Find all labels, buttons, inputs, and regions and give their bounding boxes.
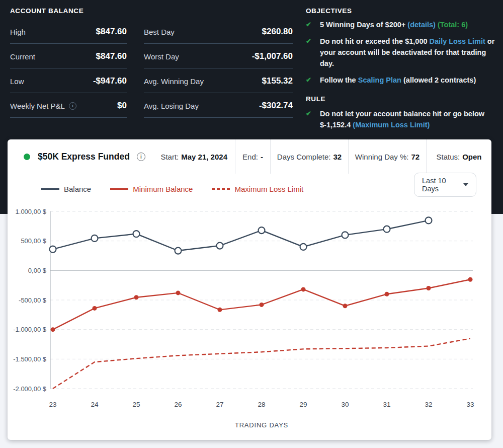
rule-max-loss: ✔ Do not let your account balance hit or…	[306, 108, 499, 130]
info-icon[interactable]	[137, 153, 145, 161]
svg-text:1.000,00 $: 1.000,00 $	[16, 208, 47, 215]
stat-label: Weekly Net P&L	[10, 102, 76, 110]
objective-text-part: 5 Winning Days of $200+	[320, 21, 405, 29]
svg-text:28: 28	[258, 401, 265, 408]
objective-winning-days: ✔ 5 Winning Days of $200+ (details) (Tot…	[306, 19, 499, 30]
stat-value: $847.60	[96, 27, 127, 37]
status-dot-icon	[24, 154, 30, 160]
header-stat-days-complete: Days Complete: 32	[270, 139, 348, 174]
stat-label: Avg. Winning Day	[144, 77, 204, 86]
account-balance-right-column: Best Day $260.80 Worst Day -$1,007.60 Av…	[144, 19, 293, 118]
stat-row-best-day: Best Day $260.80	[144, 19, 293, 44]
info-icon[interactable]	[69, 102, 76, 110]
stat-value: $0	[117, 101, 127, 111]
legend-line-swatch	[41, 188, 59, 190]
chevron-down-icon	[463, 183, 468, 186]
header-stat-label: Status:	[436, 153, 460, 161]
stat-row-avg-losing-day: Avg. Losing Day -$302.74	[144, 93, 293, 118]
account-title-section: $50K Express Funded Start: May 21, 2024	[8, 139, 235, 174]
stat-row-low: Low -$947.60	[10, 68, 127, 93]
account-balance-panel: ACCOUNT BALANCE High $847.60 Current $84…	[10, 7, 293, 118]
stat-label: Best Day	[144, 28, 175, 36]
svg-text:-2.000,00 $: -2.000,00 $	[13, 385, 47, 393]
account-chart-card: $50K Express Funded Start: May 21, 2024 …	[8, 139, 491, 440]
objective-text: Do not hit or exceed the $1,000 Daily Lo…	[320, 36, 499, 69]
objectives-panel: OBJECTIVES ✔ 5 Winning Days of $200+ (de…	[306, 7, 499, 136]
stat-value: $155.32	[262, 76, 293, 86]
stat-value: $260.80	[262, 27, 293, 37]
objective-text-part: (allowed 2 contracts)	[403, 76, 476, 84]
stat-label: Avg. Losing Day	[144, 102, 199, 110]
check-icon: ✔	[306, 19, 313, 30]
account-balance-columns: High $847.60 Current $847.60 Low -$947.6…	[10, 19, 293, 118]
svg-text:-1.500,00 $: -1.500,00 $	[13, 355, 47, 363]
objective-text: Follow the Scaling Plan (allowed 2 contr…	[320, 74, 476, 86]
rule-title: RULE	[306, 95, 499, 103]
stat-row-worst-day: Worst Day -$1,007.60	[144, 44, 293, 68]
header-stat-label: End:	[242, 153, 258, 161]
header-stat-end: End: -	[235, 139, 270, 174]
objective-total: (Total: 6)	[438, 21, 468, 29]
balance-line-chart: 1.000,00 $500,00 $0,00 $-500,00 $-1.000,…	[8, 204, 491, 436]
account-title: $50K Express Funded	[38, 152, 130, 162]
header-stat-value: 72	[411, 153, 420, 161]
objective-daily-loss-limit: ✔ Do not hit or exceed the $1,000 Daily …	[306, 36, 499, 69]
svg-text:23: 23	[49, 401, 56, 408]
legend-label: Maximum Loss Limit	[234, 185, 303, 193]
stat-label: Current	[10, 52, 35, 61]
header-stat-label: Days Complete:	[277, 153, 331, 161]
svg-text:29: 29	[299, 401, 307, 408]
header-stat-value: -	[261, 153, 263, 161]
legend-item-maximum-loss-limit[interactable]: Maximum Loss Limit	[212, 185, 303, 193]
stat-label: High	[10, 28, 26, 36]
card-header: $50K Express Funded Start: May 21, 2024 …	[8, 139, 491, 174]
account-balance-left-column: High $847.60 Current $847.60 Low -$947.6…	[10, 19, 127, 118]
header-stat-label: Winning Day %:	[355, 153, 409, 161]
svg-text:500,00 $: 500,00 $	[21, 237, 46, 245]
svg-text:33: 33	[466, 401, 474, 408]
date-range-value: Last 10 Days	[422, 177, 463, 193]
date-range-dropdown[interactable]: Last 10 Days	[414, 173, 476, 197]
stat-row-current: Current $847.60	[10, 44, 127, 68]
objective-text-part: Do not hit or exceed the $1,000	[320, 37, 428, 45]
trading-dashboard: ACCOUNT BALANCE High $847.60 Current $84…	[0, 0, 503, 448]
check-icon: ✔	[306, 74, 313, 86]
legend-line-swatch	[110, 188, 128, 190]
scaling-plan-link[interactable]: Scaling Plan	[358, 76, 401, 84]
svg-text:24: 24	[91, 401, 99, 408]
legend-item-balance[interactable]: Balance	[41, 185, 91, 193]
stat-label: Low	[10, 77, 24, 86]
objective-text-part: Follow the	[320, 76, 356, 84]
header-stat-value: May 21, 2024	[181, 153, 227, 161]
stat-value: -$302.74	[259, 101, 293, 111]
legend-label: Minimum Balance	[133, 185, 193, 193]
stat-row-avg-winning-day: Avg. Winning Day $155.32	[144, 68, 293, 93]
maximum-loss-limit-link[interactable]: (Maximum Loss Limit)	[353, 121, 430, 129]
daily-loss-limit-link[interactable]: Daily Loss Limit	[430, 37, 485, 45]
objective-text: 5 Winning Days of $200+ (details) (Total…	[320, 19, 468, 30]
objective-scaling-plan: ✔ Follow the Scaling Plan (allowed 2 con…	[306, 74, 499, 86]
stat-row-high: High $847.60	[10, 19, 127, 44]
svg-text:25: 25	[132, 401, 140, 408]
legend-item-minimum-balance[interactable]: Minimum Balance	[110, 185, 193, 193]
header-stat-label: Start:	[160, 153, 179, 161]
stat-label: Worst Day	[144, 52, 179, 61]
svg-text:-500,00 $: -500,00 $	[19, 296, 47, 304]
legend-dashed-swatch	[212, 188, 230, 190]
svg-text:30: 30	[341, 401, 349, 408]
header-stat-status: Status: Open	[426, 139, 491, 174]
stat-row-weekly-net-pnl: Weekly Net P&L $0	[10, 93, 127, 118]
header-stat-start: Start: May 21, 2024	[160, 153, 235, 161]
check-icon: ✔	[306, 36, 313, 69]
legend-label: Balance	[64, 185, 91, 193]
svg-text:31: 31	[383, 401, 390, 408]
details-link[interactable]: (details)	[407, 21, 436, 29]
stat-label-text: Weekly Net P&L	[10, 102, 65, 110]
stat-value: -$1,007.60	[252, 51, 293, 61]
header-stat-value: 32	[333, 153, 342, 161]
check-icon: ✔	[306, 108, 313, 130]
svg-text:27: 27	[216, 401, 223, 408]
stat-value: $847.60	[96, 51, 127, 61]
stat-value: -$947.60	[93, 76, 127, 86]
svg-text:26: 26	[174, 401, 182, 408]
